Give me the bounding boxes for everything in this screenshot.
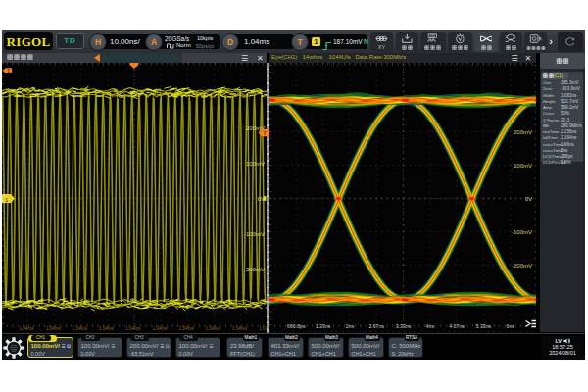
svg-text:100mV: 100mV	[246, 160, 265, 166]
svg-text:2.67ns: 2.67ns	[368, 323, 384, 329]
svg-text:6ns: 6ns	[506, 323, 514, 329]
svg-text:1.04ms: 1.04ms	[259, 326, 266, 331]
svg-text:1.04ms: 1.04ms	[46, 326, 62, 331]
svg-text:-200mV: -200mV	[511, 262, 531, 268]
svg-text:4.67ns: 4.67ns	[449, 323, 465, 329]
svg-text:3.33ns: 3.33ns	[395, 323, 411, 329]
svg-text:1.04ms: 1.04ms	[73, 326, 88, 331]
svg-text:1.04ms: 1.04ms	[125, 326, 141, 331]
svg-text:4ns: 4ns	[425, 323, 434, 329]
svg-text:0V: 0V	[524, 195, 531, 201]
svg-text:-100mV: -100mV	[511, 228, 531, 234]
svg-text:1.04ms: 1.04ms	[179, 326, 195, 331]
svg-text:666.8ps: 666.8ps	[287, 323, 306, 329]
svg-text:1.04ms: 1.04ms	[99, 326, 115, 331]
svg-text:1.04ms: 1.04ms	[152, 326, 168, 331]
svg-text:1.33ns: 1.33ns	[315, 323, 330, 329]
svg-text:1: 1	[7, 67, 10, 73]
svg-text:5.33ns: 5.33ns	[475, 323, 491, 329]
svg-text:018: 018	[430, 34, 435, 38]
svg-text:1.04ms: 1.04ms	[19, 326, 34, 331]
svg-text:1.04ms: 1.04ms	[206, 326, 221, 331]
svg-text:100mV: 100mV	[513, 162, 531, 168]
svg-text:-100mV: -100mV	[244, 230, 265, 236]
svg-text:1.04ms: 1.04ms	[232, 326, 248, 331]
svg-text:200mV: 200mV	[513, 128, 531, 134]
svg-text:-200mV: -200mV	[244, 266, 265, 271]
svg-text:2ns: 2ns	[345, 323, 354, 329]
